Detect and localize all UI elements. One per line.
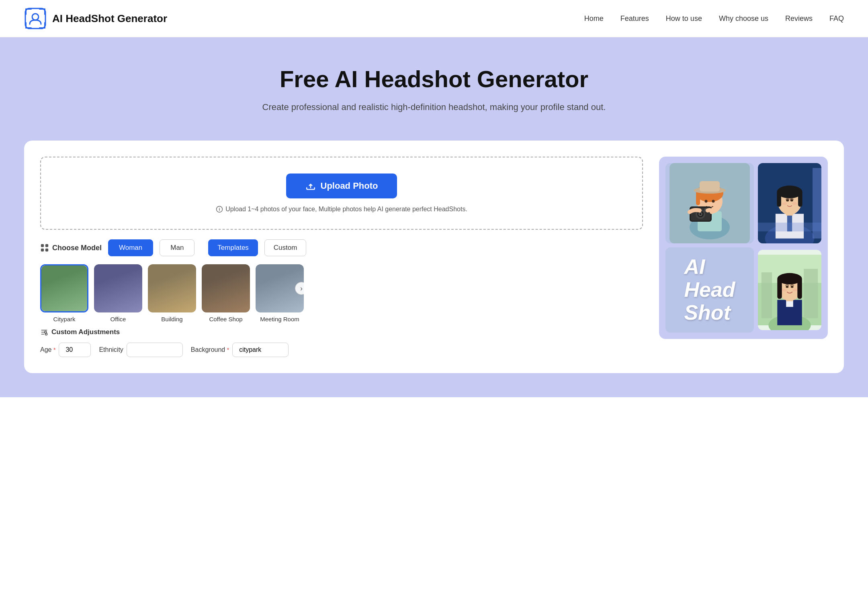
template-name-2: Building <box>161 316 182 323</box>
svg-rect-0 <box>25 8 45 29</box>
nav-why-choose-us[interactable]: Why choose us <box>719 14 768 23</box>
upload-hint: Upload 1~4 photos of your face, Multiple… <box>53 206 630 213</box>
model-row: Choose Model Woman Man Templates Custom <box>40 239 643 256</box>
svg-rect-51 <box>762 272 772 318</box>
background-field-group: Background * <box>191 343 289 357</box>
illustration-box <box>665 163 754 243</box>
svg-point-26 <box>712 200 715 203</box>
camera-person-illustration <box>669 163 750 243</box>
preview-collage: AIHeadShot <box>659 157 828 339</box>
fields-row: Age * Ethnicity Background * <box>40 343 643 357</box>
upload-hint-text: Upload 1~4 photos of your face, Multiple… <box>225 206 467 213</box>
template-building[interactable]: Building <box>148 264 196 323</box>
template-img-building <box>148 264 196 312</box>
template-img-meeting: › <box>256 264 304 312</box>
model-label-text: Choose Model <box>52 244 102 252</box>
age-label: Age * <box>40 346 55 353</box>
custom-adj-label: Custom Adjustments <box>51 328 120 336</box>
nav-how-to-use[interactable]: How to use <box>666 14 702 23</box>
svg-point-43 <box>786 199 789 201</box>
collage-left: AIHeadShot <box>665 163 754 333</box>
gender-woman-button[interactable]: Woman <box>108 239 153 256</box>
mode-custom-button[interactable]: Custom <box>264 239 307 256</box>
collage-right-bottom <box>758 250 821 330</box>
svg-rect-22 <box>696 193 700 205</box>
model-label: Choose Model <box>40 243 102 252</box>
mode-templates-button[interactable]: Templates <box>208 239 258 256</box>
svg-rect-24 <box>700 181 720 192</box>
svg-rect-48 <box>758 223 821 231</box>
svg-point-46 <box>792 202 797 205</box>
svg-rect-13 <box>41 249 44 251</box>
main-section: Upload Photo Upload 1~4 photos of your f… <box>0 133 868 397</box>
hero-section: Free AI Headshot Generator Create profes… <box>0 37 868 133</box>
svg-rect-52 <box>804 269 818 318</box>
header: AI HeadShot Generator Home Features How … <box>0 0 868 37</box>
upload-photo-label: Upload Photo <box>321 181 378 191</box>
svg-point-9 <box>32 14 39 20</box>
nav-faq[interactable]: FAQ <box>829 14 844 23</box>
template-img-citypark <box>40 264 88 312</box>
hero-title: Free AI Headshot Generator <box>24 65 844 92</box>
template-citypark[interactable]: Citypark <box>40 264 88 323</box>
template-photo-4 <box>202 264 250 312</box>
nav-reviews[interactable]: Reviews <box>785 14 813 23</box>
svg-rect-6 <box>25 22 27 29</box>
ai-text-box: AIHeadShot <box>665 247 754 333</box>
age-field-group: Age * <box>40 343 91 357</box>
ai-head-shot-text: AIHeadShot <box>684 255 735 325</box>
background-label: Background * <box>191 346 229 353</box>
model-icon <box>40 243 49 252</box>
logo-icon <box>24 7 47 30</box>
hero-subtitle: Create professional and realistic high-d… <box>24 102 844 112</box>
svg-rect-60 <box>797 278 802 299</box>
headshot-green-preview <box>758 250 821 330</box>
svg-point-62 <box>791 286 794 288</box>
age-input[interactable] <box>59 343 91 357</box>
right-panel: AIHeadShot <box>659 157 828 339</box>
template-grid: Citypark Office Building <box>40 264 643 323</box>
logo-text: AI HeadShot Generator <box>52 12 167 25</box>
upload-photo-button[interactable]: Upload Photo <box>286 174 397 198</box>
gender-man-button[interactable]: Man <box>160 239 194 256</box>
info-icon <box>216 206 223 213</box>
template-name-4: Meeting Room <box>260 316 299 323</box>
nav-features[interactable]: Features <box>620 14 649 23</box>
svg-point-61 <box>786 286 788 288</box>
ethnicity-label: Ethnicity <box>99 346 123 353</box>
template-office[interactable]: Office <box>94 264 142 323</box>
svg-point-45 <box>782 202 787 205</box>
svg-rect-41 <box>777 191 781 207</box>
template-name-1: Office <box>111 316 126 323</box>
adjustments-icon <box>40 328 48 336</box>
template-name-0: Citypark <box>53 316 75 323</box>
ethnicity-input[interactable] <box>127 343 183 357</box>
svg-rect-2 <box>25 8 27 15</box>
upload-icon <box>305 181 316 191</box>
custom-adjustments-row: Custom Adjustments <box>40 328 643 336</box>
svg-rect-11 <box>41 244 44 247</box>
svg-rect-8 <box>44 22 45 29</box>
svg-point-25 <box>705 200 708 203</box>
template-photo-3 <box>148 264 196 312</box>
content-card: Upload Photo Upload 1~4 photos of your f… <box>24 141 844 373</box>
svg-rect-59 <box>777 278 782 299</box>
template-img-coffee <box>202 264 250 312</box>
svg-rect-42 <box>798 191 802 207</box>
svg-point-64 <box>792 288 797 291</box>
svg-point-16 <box>45 331 47 333</box>
template-img-office <box>94 264 142 312</box>
svg-point-32 <box>700 213 701 215</box>
template-coffee-shop[interactable]: Coffee Shop <box>202 264 250 323</box>
headshot-dark-preview <box>758 163 821 243</box>
svg-rect-14 <box>45 249 48 251</box>
upload-area: Upload Photo Upload 1~4 photos of your f… <box>40 157 643 230</box>
template-photo-2 <box>94 264 142 312</box>
logo-area: AI HeadShot Generator <box>24 7 167 30</box>
svg-point-63 <box>782 288 787 291</box>
template-photo-1 <box>41 265 87 311</box>
template-meeting-room[interactable]: › Meeting Room <box>256 264 304 323</box>
svg-rect-4 <box>44 8 45 15</box>
background-input[interactable] <box>232 343 289 357</box>
nav-home[interactable]: Home <box>584 14 604 23</box>
